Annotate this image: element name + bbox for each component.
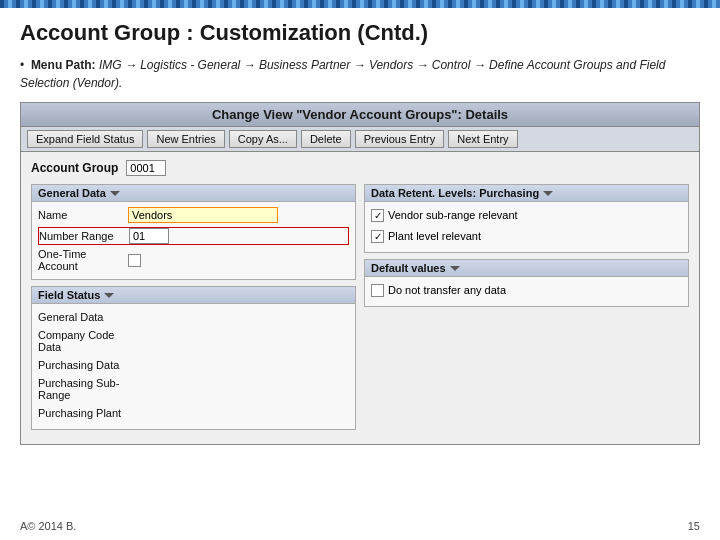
field-status-header: Field Status (32, 287, 355, 304)
expand-field-status-button[interactable]: Expand Field Status (27, 130, 143, 148)
do-not-transfer-label: Do not transfer any data (388, 284, 506, 296)
default-values-section: Default values Do not transfer any data (364, 259, 689, 307)
vendor-subrange-label: Vendor sub-range relevant (388, 209, 518, 221)
field-status-section: Field Status General Data Company Code D… (31, 286, 356, 430)
one-time-account-row: One-Time Account (38, 248, 349, 272)
sap-body: Account Group General Data Name (21, 152, 699, 444)
do-not-transfer-checkbox[interactable] (371, 284, 384, 297)
sap-window: Change View "Vendor Account Groups": Det… (20, 102, 700, 445)
menu-path-text: IMG → Logistics - General → Business Par… (20, 58, 665, 90)
field-status-general-data: General Data (38, 308, 349, 326)
fs-company-code-label: Company Code Data (38, 329, 128, 353)
plant-level-label: Plant level relevant (388, 230, 481, 242)
new-entries-button[interactable]: New Entries (147, 130, 224, 148)
form-columns: General Data Name Number Range (31, 184, 689, 436)
data-retent-header: Data Retent. Levels: Purchasing (365, 185, 688, 202)
default-values-header: Default values (365, 260, 688, 277)
fs-purchasing-plant-label: Purchasing Plant (38, 407, 128, 419)
previous-entry-button[interactable]: Previous Entry (355, 130, 445, 148)
field-status-purchasing-plant: Purchasing Plant (38, 404, 349, 422)
account-group-label: Account Group (31, 161, 118, 175)
form-col-left: General Data Name Number Range (31, 184, 356, 436)
field-status-body: General Data Company Code Data Purchasin… (32, 304, 355, 429)
number-range-row: Number Range (38, 227, 349, 245)
form-col-right: Data Retent. Levels: Purchasing Vendor s… (364, 184, 689, 436)
fs-general-data-label: General Data (38, 311, 128, 323)
fs-purchasing-subrange-label: Purchasing Sub-Range (38, 377, 128, 401)
default-values-body: Do not transfer any data (365, 277, 688, 306)
name-input[interactable] (128, 207, 278, 223)
field-status-company-code: Company Code Data (38, 329, 349, 353)
footer-left: A© 2014 B. (20, 520, 76, 532)
do-not-transfer-row: Do not transfer any data (371, 281, 682, 299)
one-time-account-checkbox[interactable] (128, 254, 141, 267)
one-time-account-label: One-Time Account (38, 248, 128, 272)
general-data-body: Name Number Range One-Time Account (32, 202, 355, 279)
account-group-row: Account Group (31, 160, 689, 176)
data-retent-section: Data Retent. Levels: Purchasing Vendor s… (364, 184, 689, 253)
number-range-label: Number Range (39, 230, 129, 242)
name-label: Name (38, 209, 128, 221)
name-row: Name (38, 206, 349, 224)
field-status-purchasing-data: Purchasing Data (38, 356, 349, 374)
field-status-purchasing-subrange: Purchasing Sub-Range (38, 377, 349, 401)
data-retent-body: Vendor sub-range relevant Plant level re… (365, 202, 688, 252)
top-bar (0, 0, 720, 8)
plant-level-checkbox[interactable] (371, 230, 384, 243)
plant-level-row: Plant level relevant (371, 227, 682, 245)
number-range-input[interactable] (129, 228, 169, 244)
vendor-subrange-row: Vendor sub-range relevant (371, 206, 682, 224)
menu-path: • Menu Path: IMG → Logistics - General →… (20, 56, 700, 92)
vendor-subrange-checkbox[interactable] (371, 209, 384, 222)
footer-right: 15 (688, 520, 700, 532)
sap-toolbar: Expand Field Status New Entries Copy As.… (21, 127, 699, 152)
general-data-section: General Data Name Number Range (31, 184, 356, 280)
footer: A© 2014 B. 15 (20, 520, 700, 532)
menu-path-label: Menu Path: (31, 58, 96, 72)
fs-purchasing-data-label: Purchasing Data (38, 359, 128, 371)
account-group-input[interactable] (126, 160, 166, 176)
sap-window-title: Change View "Vendor Account Groups": Det… (21, 103, 699, 127)
general-data-header: General Data (32, 185, 355, 202)
copy-as-button[interactable]: Copy As... (229, 130, 297, 148)
delete-button[interactable]: Delete (301, 130, 351, 148)
next-entry-button[interactable]: Next Entry (448, 130, 517, 148)
page-title: Account Group : Customization (Cntd.) (20, 20, 700, 46)
